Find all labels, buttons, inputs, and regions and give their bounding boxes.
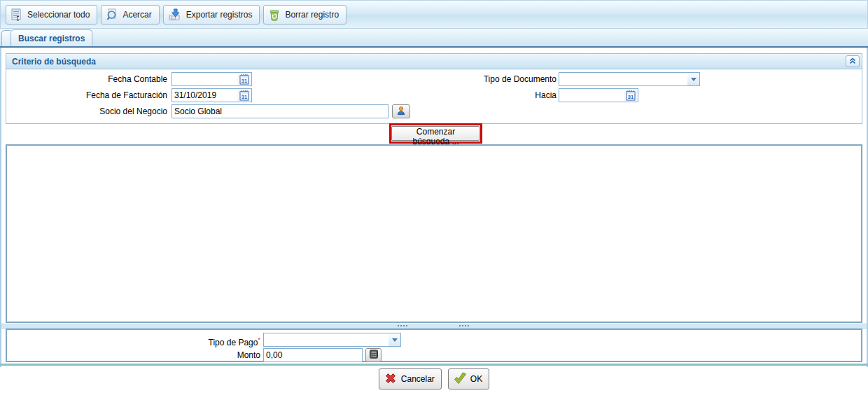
cancel-x-icon	[383, 371, 398, 388]
svg-text:31: 31	[241, 78, 247, 84]
socio-negocio-input[interactable]	[172, 105, 388, 118]
results-grid[interactable]	[6, 144, 862, 323]
fecha-contable-field: 31	[172, 72, 252, 86]
search-criteria-panel: Criterio de búsqueda Fecha Contable 31 F…	[6, 53, 862, 124]
tipo-documento-combobox	[559, 72, 700, 86]
fecha-facturacion-field: 31	[172, 88, 252, 102]
tab-buscar-registros[interactable]: Buscar registros	[10, 29, 92, 46]
calendar-icon[interactable]: 31	[624, 89, 638, 102]
monto-label: Monto	[7, 348, 260, 362]
socio-negocio-field	[172, 104, 388, 118]
socio-negocio-label: Socio del Negocio	[6, 104, 167, 118]
tab-label: Buscar registros	[18, 34, 85, 43]
footer: Cancelar OK	[0, 367, 868, 393]
select-all-label: Seleccionar todo	[27, 10, 90, 20]
tipo-documento-label: Tipo de Documento	[356, 72, 556, 86]
select-all-icon	[10, 8, 23, 21]
splitter-handle[interactable]	[1, 323, 867, 329]
fecha-contable-label: Fecha Contable	[6, 72, 167, 86]
tipo-pago-combobox	[263, 333, 401, 347]
tipo-pago-label-text: Tipo de Pago	[209, 338, 258, 347]
highlight-annotation: Comenzar búsqueda ...	[389, 123, 482, 144]
export-icon	[168, 8, 182, 21]
fecha-facturacion-label: Fecha de Facturación	[6, 88, 167, 102]
export-records-button[interactable]: Exportar registros	[163, 5, 260, 25]
person-icon	[396, 106, 406, 118]
delete-icon	[268, 8, 281, 21]
zoom-button[interactable]: Acercar	[101, 5, 159, 25]
zoom-label: Acercar	[122, 10, 151, 20]
splitter-grip[interactable]	[459, 325, 469, 326]
cancel-button[interactable]: Cancelar	[379, 368, 442, 389]
monto-input[interactable]	[264, 349, 362, 361]
ok-check-icon	[452, 371, 468, 388]
ok-button[interactable]: OK	[448, 368, 489, 389]
chevron-down-icon[interactable]	[687, 73, 699, 85]
cancel-label: Cancelar	[401, 374, 435, 384]
fecha-facturacion-input[interactable]	[172, 89, 237, 102]
tab-bar-edge	[1, 30, 10, 46]
calculator-button[interactable]	[365, 348, 382, 362]
tipo-documento-input[interactable]	[559, 73, 687, 85]
chevron-down-icon[interactable]	[388, 333, 400, 346]
toolbar: Seleccionar todo Acercar Exportar regist…	[0, 0, 868, 29]
fecha-contable-input[interactable]	[172, 73, 237, 85]
payment-panel: Tipo de Pago* Monto	[6, 329, 862, 362]
search-criteria-header: Criterio de búsqueda	[6, 53, 862, 69]
svg-text:31: 31	[628, 94, 634, 100]
export-records-label: Exportar registros	[186, 10, 253, 20]
required-asterisk: *	[258, 336, 260, 343]
hacia-input[interactable]	[559, 89, 624, 102]
business-partner-search-button[interactable]	[392, 104, 410, 118]
hacia-field: 31	[559, 88, 638, 102]
tab-bar: Buscar registros	[0, 29, 868, 48]
splitter-grip[interactable]	[398, 325, 407, 326]
svg-text:31: 31	[241, 94, 247, 100]
calculator-icon	[369, 350, 379, 361]
calendar-icon[interactable]: 31	[237, 73, 251, 85]
calendar-icon[interactable]: 31	[237, 89, 251, 102]
select-all-button[interactable]: Seleccionar todo	[6, 5, 97, 25]
delete-record-label: Borrar registro	[285, 10, 339, 20]
delete-record-button[interactable]: Borrar registro	[263, 5, 346, 25]
search-criteria-body: Fecha Contable 31 Fecha de Facturación 3…	[6, 69, 862, 124]
content-left-border	[0, 48, 1, 393]
start-search-button[interactable]: Comenzar búsqueda ...	[391, 126, 480, 141]
monto-field	[263, 348, 363, 362]
hacia-label: Hacia	[356, 88, 556, 102]
zoom-icon	[106, 8, 118, 21]
ok-label: OK	[470, 374, 482, 384]
chevron-up-icon	[849, 57, 856, 67]
tipo-pago-input[interactable]	[264, 333, 388, 346]
payment-search-window: Seleccionar todo Acercar Exportar regist…	[0, 0, 868, 393]
collapse-panel-button[interactable]	[846, 55, 860, 67]
tipo-pago-label: Tipo de Pago*	[7, 333, 260, 347]
footer-separator	[0, 364, 868, 366]
search-criteria-title: Criterio de búsqueda	[12, 57, 96, 67]
